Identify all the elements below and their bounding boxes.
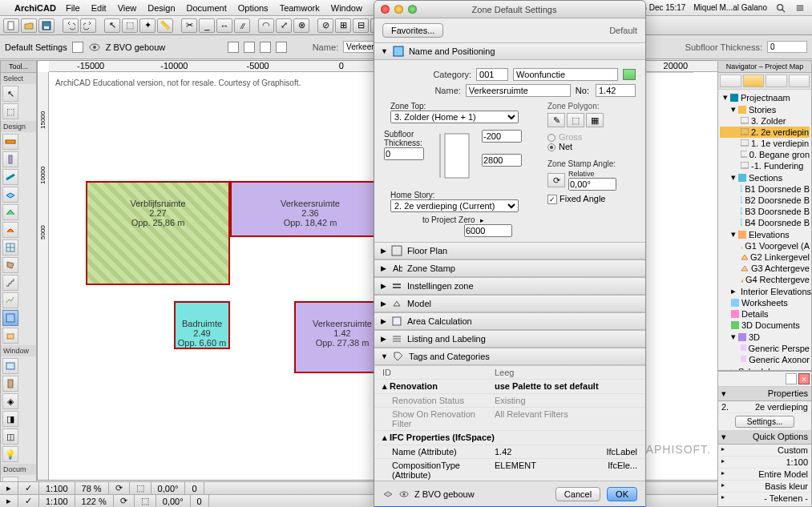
prop-renovation-status[interactable]: Renovation StatusExisting	[374, 394, 645, 408]
user-name[interactable]: Miquel M...al Galano	[693, 3, 767, 12]
tb-split-icon[interactable]: ⫽	[234, 18, 250, 33]
tree-3d-perspective[interactable]: Generic Perspe	[720, 343, 810, 354]
section-floor-plan[interactable]: ▶Floor Plan	[374, 242, 645, 260]
room-4[interactable]: Verkeersruimte2.36Opp. 18,42 m	[230, 181, 390, 237]
tree-details[interactable]: Details	[720, 308, 810, 320]
tb-resize-icon[interactable]: ⤢	[276, 18, 292, 33]
app-name[interactable]: ArchiCAD	[14, 3, 56, 13]
menu-window[interactable]: Window	[331, 3, 362, 13]
tb-marquee-icon[interactable]: ⬚	[122, 18, 138, 33]
qo-tekenen[interactable]: ▸- Tekenen -	[718, 493, 811, 505]
properties-header[interactable]: ▾Properties	[718, 387, 811, 401]
menu-file[interactable]: File	[66, 3, 80, 13]
angle-ref-icon[interactable]: ⟳	[547, 173, 565, 187]
eye-icon[interactable]	[88, 42, 101, 53]
gross-radio[interactable]: Gross	[547, 132, 636, 142]
tree-interior-elevations[interactable]: ▸ Interior Elevations	[720, 285, 810, 297]
offset-top-input[interactable]	[482, 130, 522, 143]
tree-elevations[interactable]: ▾ Elevations	[720, 228, 810, 240]
sb2-zoom[interactable]: 122 %	[75, 495, 114, 507]
net-radio[interactable]: Net	[547, 142, 636, 151]
subfloor-input[interactable]	[767, 41, 807, 53]
menu-options[interactable]: Options	[238, 3, 269, 13]
tree-project-root[interactable]: ▾ Projectnaam	[720, 91, 810, 103]
tb-redo-icon[interactable]	[80, 18, 96, 33]
tb-wand-icon[interactable]: ✦	[139, 18, 156, 33]
nav-tab-project-icon[interactable]	[720, 74, 741, 87]
tb-trim-icon[interactable]: ⎯	[199, 18, 215, 33]
tb-save-icon[interactable]	[38, 18, 55, 33]
elevation-input[interactable]	[464, 224, 512, 237]
sb1-check-icon[interactable]: ✓	[18, 482, 39, 494]
tree-elev-g4[interactable]: G4 Rechtergeve	[720, 274, 810, 285]
tb-group-icon[interactable]: ⊞	[335, 18, 351, 33]
zone-name-input[interactable]	[466, 84, 571, 97]
tool-marquee-icon[interactable]: ⬚	[2, 103, 18, 119]
quick-options-header[interactable]: ▾Quick Options	[718, 430, 811, 445]
nav-tab-publisher-icon[interactable]	[789, 74, 810, 87]
tb-suspend-icon[interactable]: ⊘	[317, 18, 333, 33]
section-instellingen[interactable]: ▶Instellingen zone	[374, 277, 645, 295]
fixed-angle-checkbox[interactable]: ✓Fixed Angle	[547, 194, 636, 204]
polygon-method-2-icon[interactable]: ⬚	[567, 113, 584, 127]
tree-section-b3[interactable]: B3 Doorsnede B	[720, 206, 810, 217]
default-settings-label[interactable]: Default Settings	[5, 42, 67, 52]
panel-close-icon[interactable]: ×	[798, 373, 810, 384]
navigator-tree[interactable]: ▾ Projectnaam ▾ Stories 3. Zolder 2. 2e …	[718, 90, 811, 371]
sb1-mode-icon[interactable]: ⬚	[130, 482, 151, 494]
tool-arrow-icon[interactable]: ↖	[2, 86, 18, 102]
geometry-method-4-icon[interactable]	[276, 42, 287, 53]
geometry-method-3-icon[interactable]	[260, 42, 271, 53]
layer-combo-icon[interactable]	[72, 42, 83, 53]
tool-slab-icon[interactable]	[2, 187, 18, 203]
height-input[interactable]	[482, 154, 522, 167]
tool-wall-icon[interactable]	[2, 134, 18, 150]
menu-document[interactable]: Document	[187, 3, 227, 13]
geometry-method-1-icon[interactable]	[228, 42, 239, 53]
tree-worksheets[interactable]: Worksheets	[720, 297, 810, 308]
qo-model[interactable]: ▸Entire Model	[718, 469, 811, 481]
section-zone-stamp[interactable]: ▶AbZone Stamp	[374, 260, 645, 277]
room-1[interactable]: Verblijfsruimte2.27Opp. 25,86 m	[86, 181, 230, 285]
tb-new-icon[interactable]	[3, 18, 19, 33]
sb1-scale[interactable]: 1:100	[39, 482, 75, 494]
tree-3d[interactable]: ▾ 3D	[720, 331, 810, 343]
tool-object-icon[interactable]	[2, 328, 18, 344]
tree-section-b4[interactable]: B4 Doorsnede B	[720, 217, 810, 228]
qo-color[interactable]: ▸Basis kleur	[718, 481, 811, 493]
tree-schedules[interactable]: ▸ Schedules	[720, 365, 810, 371]
qo-scale[interactable]: ▸1:100	[718, 457, 811, 469]
tool-mesh-icon[interactable]	[2, 292, 18, 308]
tb-fillet-icon[interactable]: ◠	[258, 18, 274, 33]
tb-intersect-icon[interactable]: ⊗	[293, 18, 309, 33]
tree-stories[interactable]: ▾ Stories	[720, 103, 810, 115]
window-minimize-icon[interactable]	[394, 5, 403, 14]
tool-beam-icon[interactable]	[2, 169, 18, 185]
menu-teamwork[interactable]: Teamwork	[280, 3, 320, 13]
section-model[interactable]: ▶Model	[374, 295, 645, 312]
section-tags[interactable]: ▼Tags and Categories	[374, 348, 645, 365]
tb-cut-icon[interactable]: ✂	[181, 18, 197, 33]
tree-story-3[interactable]: 3. Zolder	[720, 115, 810, 127]
tb-ungroup-icon[interactable]: ⊟	[353, 18, 369, 33]
sb2-scale[interactable]: 1:100	[39, 495, 75, 507]
cancel-button[interactable]: Cancel	[555, 487, 600, 501]
properties-settings-button[interactable]: Settings...	[735, 416, 794, 428]
tool-curtain-icon[interactable]	[2, 239, 18, 256]
bottom-layer-name[interactable]: Z BVO gebouw	[414, 489, 475, 499]
angle-input[interactable]	[568, 178, 616, 191]
tree-3d-axon[interactable]: Generic Axonor	[720, 354, 810, 365]
polygon-method-1-icon[interactable]: ✎	[547, 113, 565, 127]
sb1-arrow-icon[interactable]: ▸	[0, 482, 18, 494]
sb2-arrow-icon[interactable]: ▸	[0, 495, 18, 507]
tb-undo-icon[interactable]	[63, 18, 79, 33]
tree-sections[interactable]: ▾ Sections	[720, 171, 810, 183]
layer-icon[interactable]	[382, 489, 394, 500]
dialog-titlebar[interactable]: Zone Default Settings	[374, 1, 645, 18]
zone-top-select[interactable]: 3. Zolder (Home + 1)	[390, 111, 519, 123]
sb2-rotate-icon[interactable]: ⟳	[114, 495, 135, 507]
ok-button[interactable]: OK	[607, 487, 637, 501]
qo-custom[interactable]: ▸Custom	[718, 445, 811, 457]
prop-ifc-name[interactable]: Name (Attribute)1.42IfcLabel	[374, 445, 645, 459]
sb2-angle[interactable]: 0,00°	[156, 495, 191, 507]
